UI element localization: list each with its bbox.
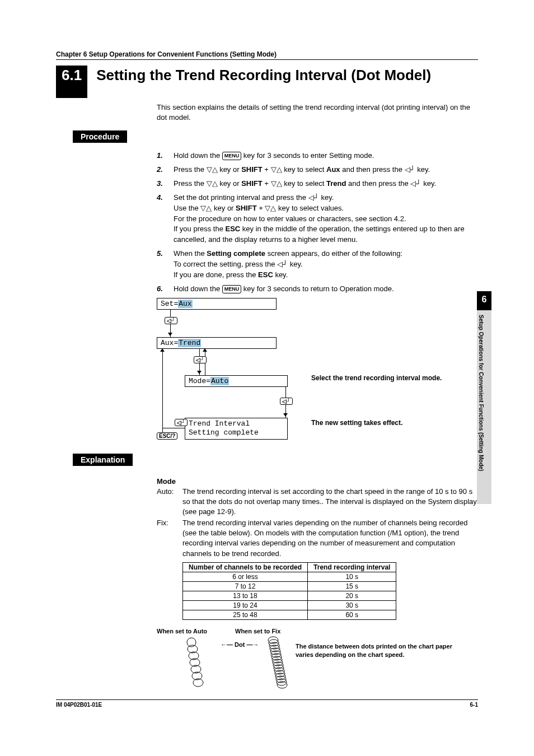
updown-key-icon: ▽△ [207, 179, 218, 188]
step-body: Set the dot printing interval and press … [174, 193, 478, 245]
side-tab-text: Setup Operations for Convenient Function… [477, 310, 491, 504]
dotfig-note: The distance between dots printed on the… [296, 642, 463, 659]
flow-label-select: Select the trend recording interval mode… [311, 374, 457, 383]
table-header-channels: Number of channels to be recorded [183, 562, 308, 572]
section-title: Setting the Trend Recording Interval (Do… [96, 67, 431, 84]
side-tab-number: 6 [477, 291, 491, 310]
explanation-body: Mode Auto: The trend recording interval … [157, 477, 478, 689]
page: Chapter 6 Setup Operations for Convenien… [0, 0, 534, 756]
step-number: 5. [157, 249, 167, 281]
updown-key-icon: ▽△ [207, 165, 218, 174]
table-header-interval: Trend recording interval [308, 562, 396, 572]
mode-fix-desc: The trend recording interval varies depe… [182, 518, 478, 559]
updown-key-icon: ▽△ [200, 204, 212, 212]
interval-table: Number of channels to be recorded Trend … [182, 562, 396, 620]
dotfig-auto-icon [182, 637, 216, 687]
enter-key-icon: ◁┘ [405, 165, 415, 174]
step-list: 1.Hold down the MENU key for 3 seconds t… [157, 151, 478, 294]
mode-auto-label: Auto: [157, 487, 178, 517]
intro: This section explains the details of set… [157, 102, 478, 123]
enter-key-icon: ◁┘ [410, 179, 421, 188]
enter-key-icon: ◁┘ [175, 419, 188, 426]
updown-key-icon: ▽△ [271, 165, 282, 174]
footer: IM 04P02B01-01E 6-1 [56, 699, 478, 708]
dot-figure: When set to Auto When set to Fix ←— Dot … [157, 628, 478, 689]
explanation-heading: Explanation [73, 454, 133, 466]
step-number: 1. [157, 151, 167, 161]
step-item: 3.Press the ▽△ key or SHIFT + ▽△ key to … [157, 179, 478, 189]
flow-box-mode: Mode=Auto [185, 375, 288, 387]
mode-fix-row: Fix: The trend recording interval varies… [157, 518, 478, 559]
flowchart: Set=Aux ◁┘ Aux=Trend ◁┘ Mode=Auto Select… [157, 298, 478, 444]
step-item: 4.Set the dot printing interval and pres… [157, 193, 478, 245]
menu-key-icon: MENU [222, 285, 242, 293]
enter-key-icon: ◁┘ [165, 317, 177, 324]
enter-key-icon: ◁┘ [194, 356, 207, 363]
table-row: 19 to 2430 s [183, 600, 396, 610]
menu-key-icon: MENU [222, 152, 242, 160]
title-row: 6.1 Setting the Trend Recording Interval… [56, 66, 478, 98]
table-row: 25 to 4860 s [183, 610, 396, 619]
dotfig-dot-label: ←— Dot —→ [221, 641, 259, 648]
footer-left: IM 04P02B01-01E [56, 702, 102, 708]
step-body: Press the ▽△ key or SHIFT + ▽△ key to se… [174, 165, 478, 175]
step-number: 2. [157, 165, 167, 175]
updown-key-icon: ▽△ [265, 204, 276, 212]
step-number: 4. [157, 193, 167, 245]
chapter-line: Chapter 6 Setup Operations for Convenien… [56, 50, 478, 60]
step-body: Hold down the MENU key for 3 seconds to … [174, 284, 478, 295]
intro-text: This section explains the details of set… [157, 102, 478, 123]
table-row: 13 to 1820 s [183, 591, 396, 600]
esc-key-icon: ESC/? [157, 432, 177, 440]
flow-box-set: Set=Aux [157, 298, 277, 310]
step-body: Hold down the MENU key for 3 seconds to … [174, 151, 478, 161]
dotfig-auto-label: When set to Auto [157, 628, 207, 634]
step-item: 2.Press the ▽△ key or SHIFT + ▽△ key to … [157, 165, 478, 175]
step-number: 3. [157, 179, 167, 189]
table-row: 7 to 1215 s [183, 581, 396, 591]
flow-box-complete: Trend Interval Setting complete [185, 418, 288, 440]
side-tab: 6 Setup Operations for Convenient Functi… [477, 291, 491, 504]
mode-auto-row: Auto: The trend recording interval is se… [157, 487, 478, 517]
table-row: 6 or less10 s [183, 572, 396, 581]
section-number: 6.1 [56, 66, 87, 98]
mode-auto-desc: The trend recording interval is set acco… [182, 487, 478, 517]
updown-key-icon: ▽△ [271, 179, 282, 188]
flow-box-aux: Aux=Trend [157, 337, 277, 349]
enter-key-icon: ◁┘ [280, 398, 293, 405]
procedure-body: 1.Hold down the MENU key for 3 seconds t… [157, 151, 478, 443]
footer-right: 6-1 [470, 702, 478, 708]
enter-key-icon: ◁┘ [308, 193, 319, 202]
step-body: When the Setting complete screen appears… [174, 249, 478, 281]
dotfig-fix-label: When set to Fix [235, 628, 280, 634]
enter-key-icon: ◁┘ [277, 260, 288, 268]
mode-fix-label: Fix: [157, 518, 178, 559]
flow-label-effect: The new setting takes effect. [311, 419, 457, 428]
procedure-heading: Procedure [73, 130, 127, 143]
step-number: 6. [157, 284, 167, 295]
step-item: 5.When the Setting complete screen appea… [157, 249, 478, 281]
step-item: 6.Hold down the MENU key for 3 seconds t… [157, 284, 478, 295]
step-item: 1.Hold down the MENU key for 3 seconds t… [157, 151, 478, 161]
mode-heading: Mode [157, 477, 478, 486]
step-body: Press the ▽△ key or SHIFT + ▽△ key to se… [174, 179, 478, 189]
